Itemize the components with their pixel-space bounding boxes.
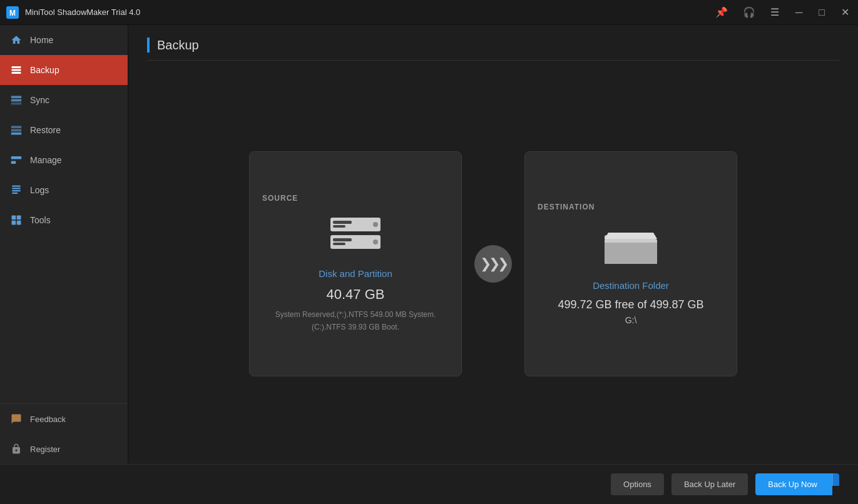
backup-now-dropdown-arrow[interactable]	[832, 473, 839, 486]
svg-rect-2	[12, 66, 21, 68]
sidebar-item-restore-label: Restore	[30, 125, 61, 135]
sidebar-item-tools[interactable]: Tools	[0, 205, 128, 235]
svg-rect-12	[11, 161, 16, 164]
svg-rect-31	[605, 243, 657, 264]
main-layout: Home Backup Sync	[0, 25, 858, 464]
destination-name: Destination Folder	[593, 280, 669, 291]
back-up-later-button[interactable]: Back Up Later	[672, 473, 748, 495]
app-title: MiniTool ShadowMaker Trial 4.0	[25, 8, 712, 17]
svg-rect-17	[12, 216, 16, 220]
arrow-button[interactable]: ❯❯❯	[474, 245, 512, 283]
feedback-icon	[10, 413, 23, 425]
menu-icon[interactable]: ☰	[767, 5, 783, 19]
title-bar: M MiniTool ShadowMaker Trial 4.0 📌 🎧 ☰ ─…	[0, 0, 858, 25]
sidebar-item-backup[interactable]: Backup	[0, 55, 128, 85]
maximize-button[interactable]: □	[815, 6, 829, 19]
svg-rect-7	[11, 103, 22, 105]
source-label: SOURCE	[262, 194, 298, 203]
svg-rect-14	[12, 188, 21, 189]
pin-icon[interactable]: 📌	[712, 5, 732, 19]
arrow-icon: ❯❯❯	[480, 256, 506, 272]
svg-rect-13	[12, 186, 21, 187]
backup-now-group: Back Up Now	[755, 473, 839, 495]
page-title-bar: Backup	[147, 38, 839, 61]
content-area: Backup SOURCE	[128, 25, 858, 464]
disk-icon	[324, 215, 387, 258]
sidebar-bottom: Feedback Register	[0, 403, 128, 464]
svg-rect-5	[11, 96, 22, 98]
sidebar-item-manage[interactable]: Manage	[0, 145, 128, 175]
page-title: Backup	[157, 38, 199, 53]
svg-rect-11	[11, 156, 22, 159]
svg-rect-16	[12, 193, 18, 194]
svg-rect-20	[17, 221, 21, 225]
svg-rect-19	[12, 221, 16, 225]
sidebar-item-sync-label: Sync	[30, 95, 49, 105]
svg-rect-4	[12, 72, 21, 74]
close-button[interactable]: ✕	[837, 5, 853, 19]
bottom-bar: Options Back Up Later Back Up Now	[0, 464, 858, 504]
back-up-now-label: Back Up Now	[768, 480, 825, 489]
restore-icon	[10, 124, 23, 136]
svg-rect-3	[12, 69, 21, 71]
svg-text:M: M	[9, 9, 16, 18]
destination-free-space: 499.72 GB free of 499.87 GB	[558, 298, 703, 311]
headphone-icon[interactable]: 🎧	[739, 5, 759, 19]
svg-marker-32	[605, 233, 657, 239]
backup-cards: SOURCE Disk and Part	[147, 76, 839, 451]
register-icon	[10, 443, 23, 455]
sidebar-item-logs[interactable]: Logs	[0, 175, 128, 205]
destination-path: G:\	[625, 315, 637, 325]
source-name: Disk and Partition	[319, 268, 392, 279]
sidebar-item-sync[interactable]: Sync	[0, 85, 128, 115]
minimize-button[interactable]: ─	[792, 6, 806, 19]
sidebar-item-register[interactable]: Register	[0, 434, 128, 464]
folder-icon	[600, 224, 662, 270]
source-size: 40.47 GB	[327, 286, 385, 303]
tools-icon	[10, 214, 23, 226]
svg-rect-18	[17, 216, 21, 220]
home-icon	[10, 34, 23, 46]
svg-point-28	[373, 239, 378, 244]
svg-rect-9	[11, 129, 22, 132]
svg-rect-26	[333, 238, 352, 241]
svg-rect-15	[12, 190, 21, 191]
title-accent	[147, 38, 150, 53]
svg-point-24	[373, 222, 378, 227]
logs-icon	[10, 184, 23, 196]
svg-rect-23	[333, 225, 345, 228]
sidebar-item-home[interactable]: Home	[0, 25, 128, 55]
destination-card[interactable]: DESTINATION Destination Folder 499.72	[524, 151, 737, 376]
svg-rect-10	[11, 133, 22, 135]
sidebar-item-restore[interactable]: Restore	[0, 115, 128, 145]
backup-icon	[10, 64, 23, 76]
source-description: System Reserved,(*:).NTFS 549.00 MB Syst…	[262, 309, 449, 333]
destination-label: DESTINATION	[538, 203, 595, 211]
sidebar: Home Backup Sync	[0, 25, 128, 464]
back-up-now-button[interactable]: Back Up Now	[755, 473, 832, 495]
sidebar-item-tools-label: Tools	[30, 215, 51, 225]
sidebar-item-home-label: Home	[30, 35, 53, 45]
options-button[interactable]: Options	[611, 473, 664, 495]
sidebar-item-manage-label: Manage	[30, 155, 62, 165]
sidebar-item-register-label: Register	[30, 445, 60, 454]
manage-icon	[10, 154, 23, 166]
svg-rect-8	[11, 126, 22, 128]
sidebar-item-backup-label: Backup	[30, 65, 59, 75]
svg-rect-22	[333, 221, 352, 224]
svg-rect-27	[333, 243, 345, 245]
sidebar-item-feedback-label: Feedback	[30, 415, 66, 424]
sidebar-item-logs-label: Logs	[30, 185, 49, 195]
sidebar-item-feedback[interactable]: Feedback	[0, 404, 128, 434]
app-logo: M	[5, 5, 20, 20]
source-card[interactable]: SOURCE Disk and Part	[249, 151, 462, 376]
svg-rect-6	[11, 99, 22, 102]
sync-icon	[10, 94, 23, 106]
title-actions: 📌 🎧 ☰ ─ □ ✕	[712, 5, 853, 19]
